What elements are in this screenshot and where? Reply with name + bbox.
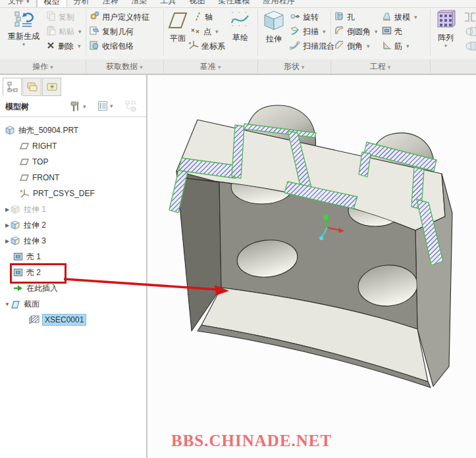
paste-icon xyxy=(46,26,56,38)
paste-button[interactable]: 粘贴 xyxy=(46,25,82,38)
expand-icon[interactable]: ▶ xyxy=(4,222,11,228)
group-shapes[interactable]: 形状 xyxy=(257,59,331,74)
sketch-button[interactable]: 草绘 xyxy=(225,10,255,43)
datum-csys-button[interactable]: 坐标系 xyxy=(188,39,225,53)
regenerate-button[interactable]: 重新生成 ▾ xyxy=(4,10,43,47)
tree-item-front-plane[interactable]: FRONT xyxy=(0,170,146,186)
tab-annotate[interactable]: 注释 xyxy=(96,0,125,7)
copy-geometry-icon xyxy=(90,26,99,38)
datum-plane-icon xyxy=(20,158,29,166)
merge-icon[interactable] xyxy=(465,41,476,53)
dropdown-caret: ▾ xyxy=(444,44,447,48)
tree-item-right-plane[interactable]: RIGHT xyxy=(0,138,146,154)
expand-icon[interactable]: ▶ xyxy=(4,238,11,244)
shrinkwrap-button[interactable]: 收缩包络 xyxy=(90,39,134,53)
sketch-icon xyxy=(230,10,251,32)
tree-filter-list-icon xyxy=(97,101,108,111)
panel-tab-model-tree[interactable] xyxy=(3,78,22,96)
shell-feature-icon xyxy=(13,252,23,261)
datum-point-button[interactable]: 点 xyxy=(191,25,219,38)
tree-item-extrude-3[interactable]: ▶ 拉伸 3 xyxy=(0,233,146,249)
tab-analysis[interactable]: 分析 xyxy=(67,0,96,7)
shell-button[interactable]: 壳 xyxy=(382,25,402,38)
creo-window: 文件 模型 分析 注释 渲染 工具 视图 柔性建模 应用程序 重新生成 ▾ xyxy=(0,0,476,458)
round-icon xyxy=(334,26,344,38)
regenerate-icon xyxy=(14,10,34,30)
chamfer-icon xyxy=(334,40,344,52)
ribbon-group-labels: 操作 获取数据 基准 形状 工程 xyxy=(0,59,476,75)
panel-tab-favorites[interactable]: ✳ xyxy=(42,78,61,96)
tree-item-part-root[interactable]: 抽壳_50904.PRT xyxy=(0,122,146,138)
datum-axis-icon xyxy=(194,12,202,23)
rib-button[interactable]: 筋 xyxy=(382,39,410,53)
sections-folder-icon xyxy=(11,300,20,309)
swept-blend-icon xyxy=(290,41,300,52)
revolve-button[interactable]: 旋转 xyxy=(290,11,319,24)
trim-icon[interactable] xyxy=(465,26,476,39)
tools-icon xyxy=(69,101,81,113)
ribbon-tab-bar: 文件 模型 分析 注释 渲染 工具 视图 柔性建模 应用程序 xyxy=(0,0,476,8)
round-button[interactable]: 倒圆角 xyxy=(334,25,378,38)
tree-item-extrude-1[interactable]: ▶ 拉伸 1 xyxy=(0,201,146,217)
model-tree-header: 模型树 ▾ ▾ xyxy=(0,97,146,117)
copy-button[interactable]: 复制 xyxy=(46,11,74,24)
expand-icon[interactable]: ▶ xyxy=(4,207,11,213)
group-operations[interactable]: 操作 xyxy=(0,59,86,74)
datum-plane-icon xyxy=(20,174,29,182)
group-get-data[interactable]: 获取数据 xyxy=(86,59,164,74)
extrude-icon xyxy=(263,10,285,33)
delete-icon xyxy=(46,41,55,52)
collapse-icon[interactable]: ▼ xyxy=(4,301,11,307)
tab-view[interactable]: 视图 xyxy=(183,0,212,7)
sweep-button[interactable]: 扫描 xyxy=(290,25,326,38)
sweep-icon xyxy=(290,26,300,38)
tree-item-top-plane[interactable]: TOP xyxy=(0,154,146,170)
datum-plane-icon xyxy=(20,142,29,150)
tab-applications[interactable]: 应用程序 xyxy=(257,0,302,7)
tree-tools-button[interactable]: ▾ xyxy=(69,101,86,113)
tab-flexible-modeling[interactable]: 柔性建模 xyxy=(212,0,257,7)
pattern-icon xyxy=(435,10,456,32)
annotation-red-box xyxy=(10,263,66,284)
copy-icon xyxy=(46,11,56,23)
tree-item-csys[interactable]: PRT_CSYS_DEF xyxy=(0,186,146,201)
chamfer-button[interactable]: 倒角 xyxy=(334,39,370,53)
group-engineering[interactable]: 工程 xyxy=(331,59,431,74)
datum-csys-icon xyxy=(188,40,199,52)
hole-button[interactable]: 孔 xyxy=(334,11,355,24)
tab-file[interactable]: 文件 xyxy=(1,0,37,7)
revolve-icon xyxy=(290,12,300,23)
tree-item-extrude-2[interactable]: ▶ 拉伸 2 xyxy=(0,217,146,233)
draft-button[interactable]: 拔模 xyxy=(382,11,417,24)
mirror-icon[interactable] xyxy=(463,12,476,24)
pattern-button[interactable]: 阵列 ▾ xyxy=(432,10,460,48)
udf-icon xyxy=(90,11,99,23)
graphics-viewport[interactable] xyxy=(147,75,476,458)
udf-button[interactable]: 用户定义特征 xyxy=(90,11,149,24)
model-tree-title: 模型树 xyxy=(5,101,29,113)
group-datum[interactable]: 基准 xyxy=(163,59,258,74)
panel-tab-folder-browser[interactable] xyxy=(22,78,41,96)
extrude-button[interactable]: 拉伸 xyxy=(259,10,288,45)
hole-icon xyxy=(334,11,344,23)
delete-button[interactable]: 删除 xyxy=(46,39,81,53)
model-tree: 抽壳_50904.PRT RIGHT TOP FRONT xyxy=(0,122,146,328)
dropdown-caret: ▾ xyxy=(22,43,25,47)
tree-item-sections-folder[interactable]: ▼ 截面 xyxy=(0,296,146,312)
folder-browser-tab-icon xyxy=(26,82,38,92)
insert-here-icon xyxy=(13,284,23,292)
swept-blend-button[interactable]: 扫描混合 xyxy=(290,39,334,53)
datum-plane-button[interactable]: 平面 xyxy=(165,11,191,44)
tab-tools[interactable]: 工具 xyxy=(154,0,183,7)
tree-item-xsec0001[interactable]: XSEC0001 xyxy=(0,312,146,328)
tree-settings-button[interactable]: ▾ xyxy=(97,101,113,111)
extrude-feature-icon xyxy=(11,236,20,245)
shell-icon xyxy=(382,26,392,38)
tree-item-shell-1[interactable]: 壳 1 xyxy=(0,249,146,265)
copy-geometry-button[interactable]: 复制几何 xyxy=(90,25,134,38)
rib-icon xyxy=(382,40,392,52)
tree-display-button[interactable] xyxy=(125,101,137,113)
datum-axis-button[interactable]: 轴 xyxy=(194,11,213,24)
tab-model[interactable]: 模型 xyxy=(37,0,67,8)
tab-render[interactable]: 渲染 xyxy=(125,0,154,7)
